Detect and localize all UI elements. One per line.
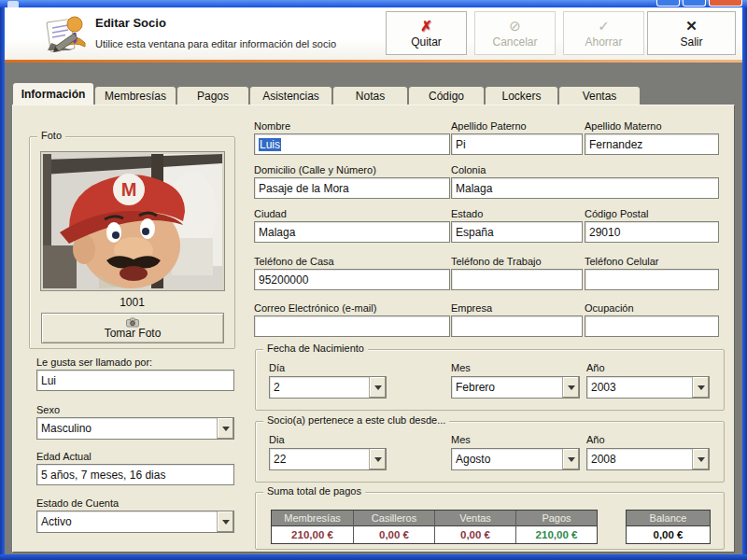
payments-col-casilleros: Casilleros 0,00 € xyxy=(353,511,434,543)
chevron-down-icon[interactable] xyxy=(692,377,709,398)
nickname-input[interactable] xyxy=(36,370,234,391)
since-day-select[interactable]: 22 xyxy=(269,448,387,470)
birth-day-select[interactable]: 2 xyxy=(269,376,387,399)
window-titlebar[interactable] xyxy=(0,0,747,7)
apellido-paterno-input[interactable] xyxy=(451,133,583,155)
informacion-tab-panel: Foto M xyxy=(12,105,735,553)
email-input[interactable] xyxy=(254,315,450,337)
since-month-select[interactable]: Agosto xyxy=(451,448,580,470)
chevron-down-icon[interactable] xyxy=(369,449,386,469)
nickname-label: Le gusta ser llamado por: xyxy=(36,357,152,368)
edad-input[interactable] xyxy=(36,464,234,485)
birth-year-select[interactable]: 2003 xyxy=(586,376,710,399)
member-photo: M xyxy=(41,152,224,290)
quitar-button[interactable]: ✗ Quitar xyxy=(386,11,467,55)
member-id: 1001 xyxy=(30,296,234,309)
pagos-total: 210,00 € xyxy=(516,526,597,543)
window-border-right xyxy=(742,7,747,560)
edit-member-window: Editar Socio Utilice esta ventana para e… xyxy=(0,0,747,560)
sexo-select[interactable]: Masculino xyxy=(36,417,234,440)
minimize-button[interactable] xyxy=(656,0,680,7)
apellido-paterno-label: Apellido Paterno xyxy=(451,120,527,132)
ahorrar-button: ✓ Ahorrar xyxy=(563,11,644,55)
since-year-select[interactable]: 2008 xyxy=(586,448,710,470)
payments-table: Membresías 210,00 € Casilleros 0,00 € Ve… xyxy=(271,510,598,544)
close-icon[interactable] xyxy=(709,0,742,7)
maximize-button[interactable] xyxy=(683,0,706,7)
chevron-down-icon[interactable] xyxy=(369,377,386,398)
header: Editar Socio Utilice esta ventana para e… xyxy=(5,7,742,60)
chevron-down-icon[interactable] xyxy=(217,418,233,439)
since-day-label: Dia xyxy=(269,434,285,445)
tab-membresias[interactable]: Membresías xyxy=(94,86,176,105)
ciudad-input[interactable] xyxy=(254,221,450,243)
tab-asistencias[interactable]: Asistencias xyxy=(249,86,332,105)
member-since-group: Socio(a) pertenece a este club desde... … xyxy=(255,421,725,483)
nombre-input[interactable]: Luis xyxy=(254,133,450,155)
foto-group: Foto M xyxy=(29,136,235,349)
page-subtitle: Utilice esta ventana para editar informa… xyxy=(95,38,336,49)
balance-header: Balance xyxy=(627,511,710,526)
tel-celular-label: Teléfono Celular xyxy=(585,256,659,267)
apellido-materno-input[interactable] xyxy=(585,133,719,155)
payments-col-ventas: Ventas 0,00 € xyxy=(434,511,515,543)
estado-cuenta-select[interactable]: Activo xyxy=(36,511,234,533)
window-icon xyxy=(7,1,19,7)
birth-month-label: Mes xyxy=(451,362,471,373)
edit-member-icon xyxy=(46,13,89,54)
domicilio-input[interactable] xyxy=(254,177,450,199)
mario-mascot-photo: M xyxy=(43,154,222,288)
tab-ventas[interactable]: Ventas xyxy=(558,86,641,105)
email-label: Correo Electrónico (e-mail) xyxy=(254,302,376,314)
ventas-total: 0,00 € xyxy=(435,526,515,543)
tab-informacion[interactable]: Información xyxy=(12,82,94,105)
chevron-down-icon[interactable] xyxy=(562,377,579,398)
tel-casa-input[interactable] xyxy=(254,269,450,290)
colonia-input[interactable] xyxy=(451,177,719,199)
payments-summary-group: Suma total de pagos Membresías 210,00 € … xyxy=(255,492,725,550)
codigo-postal-label: Código Postal xyxy=(585,208,649,219)
payments-col-membresias: Membresías 210,00 € xyxy=(272,511,353,543)
tel-celular-input[interactable] xyxy=(585,269,719,290)
sexo-label: Sexo xyxy=(36,404,60,415)
tel-casa-label: Teléfono de Casa xyxy=(254,256,334,267)
edad-label: Edad Actual xyxy=(36,451,92,462)
window-border-bottom xyxy=(0,554,747,560)
empresa-input[interactable] xyxy=(451,315,583,337)
chevron-down-icon[interactable] xyxy=(217,511,233,532)
tab-notas[interactable]: Notas xyxy=(332,86,408,105)
tab-lockers[interactable]: Lockers xyxy=(485,86,558,105)
codigo-postal-input[interactable] xyxy=(585,221,719,243)
balance-value: 0,00 € xyxy=(627,526,710,543)
chevron-down-icon[interactable] xyxy=(692,449,709,469)
birth-month-select[interactable]: Febrero xyxy=(451,376,580,399)
svg-text:M: M xyxy=(121,179,137,200)
tab-codigo[interactable]: Código xyxy=(408,86,485,105)
page-title: Editar Socio xyxy=(95,16,166,30)
window-border-left xyxy=(0,7,5,560)
estado-input[interactable] xyxy=(451,221,583,243)
salir-button[interactable]: ✕ Salir xyxy=(647,11,736,55)
chevron-down-icon[interactable] xyxy=(562,449,579,469)
ciudad-label: Ciudad xyxy=(254,208,287,219)
tel-trabajo-input[interactable] xyxy=(451,269,583,290)
tomar-foto-button[interactable]: Tomar Foto xyxy=(41,313,224,343)
balance-box: Balance 0,00 € xyxy=(626,510,711,544)
membresias-total: 210,00 € xyxy=(272,526,353,543)
fecha-nacimiento-group: Fecha de Nacimiento Día 2 Mes Febrero Añ… xyxy=(255,349,725,411)
domicilio-label: Domicilio (Calle y Número) xyxy=(254,164,376,175)
tab-pagos[interactable]: Pagos xyxy=(176,86,249,105)
payments-col-pagos: Pagos 210,00 € xyxy=(515,511,597,543)
selected-text: Luis xyxy=(259,138,281,151)
ocupacion-input[interactable] xyxy=(585,315,719,337)
tel-trabajo-label: Teléfono de Trabajo xyxy=(451,256,542,267)
save-check-icon: ✓ xyxy=(598,19,610,34)
tab-strip: Información Membresías Pagos Asistencias… xyxy=(12,82,641,105)
since-month-label: Mes xyxy=(451,434,471,445)
casilleros-total: 0,00 € xyxy=(354,526,434,543)
exit-icon: ✕ xyxy=(685,19,698,34)
camera-icon xyxy=(126,317,139,328)
birth-day-label: Día xyxy=(269,362,285,373)
cancel-icon: ⊘ xyxy=(509,19,521,34)
cancelar-button: ⊘ Cancelar xyxy=(474,11,556,55)
